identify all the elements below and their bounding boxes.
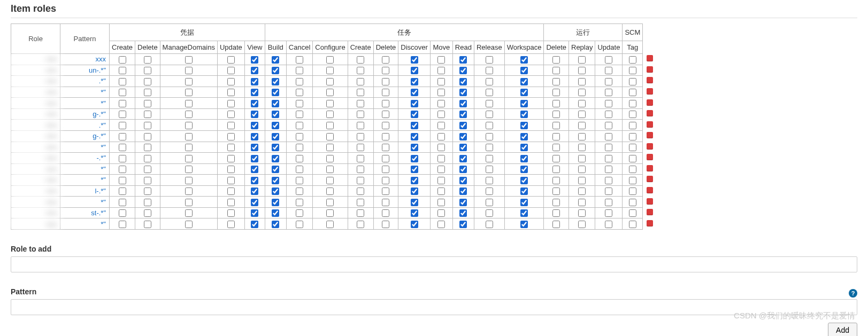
perm-checkbox[interactable]	[251, 122, 258, 129]
perm-checkbox[interactable]	[185, 111, 193, 118]
perm-checkbox[interactable]	[119, 78, 126, 85]
perm-checkbox[interactable]	[578, 67, 586, 74]
perm-checkbox[interactable]	[119, 155, 126, 162]
perm-checkbox[interactable]	[251, 78, 258, 85]
pattern-cell[interactable]: st-.*"	[60, 207, 110, 218]
perm-checkbox[interactable]	[459, 155, 467, 162]
perm-checkbox[interactable]	[629, 187, 636, 195]
perm-checkbox[interactable]	[272, 166, 279, 173]
perm-checkbox[interactable]	[411, 89, 418, 96]
role-cell[interactable]: xxx	[11, 185, 60, 197]
perm-checkbox[interactable]	[357, 122, 364, 129]
perm-checkbox[interactable]	[459, 209, 467, 217]
perm-checkbox[interactable]	[437, 67, 445, 74]
perm-checkbox[interactable]	[552, 144, 560, 151]
perm-checkbox[interactable]	[605, 166, 612, 173]
perm-checkbox[interactable]	[486, 122, 493, 129]
role-to-add-input[interactable]	[11, 256, 857, 272]
perm-checkbox[interactable]	[357, 56, 364, 64]
perm-checkbox[interactable]	[296, 177, 303, 184]
perm-checkbox[interactable]	[411, 177, 418, 184]
perm-checkbox[interactable]	[486, 133, 493, 140]
perm-checkbox[interactable]	[411, 67, 418, 74]
perm-checkbox[interactable]	[251, 166, 258, 173]
perm-checkbox[interactable]	[552, 221, 560, 228]
perm-checkbox[interactable]	[227, 199, 235, 206]
delete-icon[interactable]	[647, 154, 653, 160]
perm-checkbox[interactable]	[251, 111, 258, 118]
perm-checkbox[interactable]	[144, 133, 151, 140]
perm-checkbox[interactable]	[578, 144, 586, 151]
delete-icon[interactable]	[647, 165, 653, 171]
role-cell[interactable]: xxx	[11, 197, 60, 208]
perm-checkbox[interactable]	[382, 221, 389, 228]
perm-checkbox[interactable]	[520, 122, 528, 129]
perm-checkbox[interactable]	[486, 187, 493, 195]
perm-checkbox[interactable]	[552, 166, 560, 173]
perm-checkbox[interactable]	[578, 166, 586, 173]
perm-checkbox[interactable]	[520, 133, 528, 140]
perm-checkbox[interactable]	[119, 56, 126, 64]
perm-checkbox[interactable]	[629, 67, 636, 74]
perm-checkbox[interactable]	[144, 56, 151, 64]
perm-checkbox[interactable]	[357, 133, 364, 140]
perm-checkbox[interactable]	[605, 78, 612, 85]
perm-checkbox[interactable]	[486, 155, 493, 162]
perm-checkbox[interactable]	[251, 144, 258, 151]
perm-checkbox[interactable]	[605, 133, 612, 140]
perm-checkbox[interactable]	[520, 209, 528, 217]
perm-checkbox[interactable]	[144, 67, 151, 74]
perm-checkbox[interactable]	[520, 111, 528, 118]
perm-checkbox[interactable]	[459, 144, 467, 151]
perm-checkbox[interactable]	[552, 111, 560, 118]
perm-checkbox[interactable]	[411, 155, 418, 162]
perm-checkbox[interactable]	[552, 67, 560, 74]
perm-checkbox[interactable]	[227, 144, 235, 151]
perm-checkbox[interactable]	[119, 89, 126, 96]
perm-checkbox[interactable]	[357, 187, 364, 195]
perm-checkbox[interactable]	[144, 78, 151, 85]
perm-checkbox[interactable]	[296, 199, 303, 206]
perm-checkbox[interactable]	[119, 199, 126, 206]
perm-checkbox[interactable]	[411, 122, 418, 129]
perm-checkbox[interactable]	[411, 144, 418, 151]
perm-checkbox[interactable]	[486, 199, 493, 206]
perm-checkbox[interactable]	[296, 56, 303, 64]
perm-checkbox[interactable]	[411, 133, 418, 140]
perm-checkbox[interactable]	[578, 89, 586, 96]
perm-checkbox[interactable]	[411, 187, 418, 195]
perm-checkbox[interactable]	[144, 89, 151, 96]
perm-checkbox[interactable]	[520, 89, 528, 96]
perm-checkbox[interactable]	[411, 221, 418, 228]
perm-checkbox[interactable]	[296, 133, 303, 140]
perm-checkbox[interactable]	[119, 209, 126, 217]
perm-checkbox[interactable]	[459, 111, 467, 118]
perm-checkbox[interactable]	[251, 199, 258, 206]
perm-checkbox[interactable]	[459, 187, 467, 195]
perm-checkbox[interactable]	[552, 89, 560, 96]
perm-checkbox[interactable]	[382, 89, 389, 96]
perm-checkbox[interactable]	[119, 122, 126, 129]
perm-checkbox[interactable]	[272, 199, 279, 206]
pattern-cell[interactable]: .*"	[60, 76, 110, 87]
perm-checkbox[interactable]	[520, 100, 528, 107]
perm-checkbox[interactable]	[605, 209, 612, 217]
perm-checkbox[interactable]	[486, 100, 493, 107]
role-cell[interactable]: xxx	[11, 76, 60, 87]
pattern-cell[interactable]: *"	[60, 218, 110, 230]
perm-checkbox[interactable]	[437, 187, 445, 195]
perm-checkbox[interactable]	[382, 155, 389, 162]
perm-checkbox[interactable]	[437, 199, 445, 206]
perm-checkbox[interactable]	[459, 199, 467, 206]
perm-checkbox[interactable]	[437, 78, 445, 85]
role-cell[interactable]: xxx	[11, 218, 60, 230]
add-button[interactable]: Add	[828, 323, 857, 336]
perm-checkbox[interactable]	[578, 177, 586, 184]
perm-checkbox[interactable]	[486, 89, 493, 96]
perm-checkbox[interactable]	[382, 209, 389, 217]
perm-checkbox[interactable]	[272, 78, 279, 85]
perm-checkbox[interactable]	[382, 100, 389, 107]
perm-checkbox[interactable]	[227, 56, 235, 64]
perm-checkbox[interactable]	[520, 166, 528, 173]
perm-checkbox[interactable]	[357, 89, 364, 96]
